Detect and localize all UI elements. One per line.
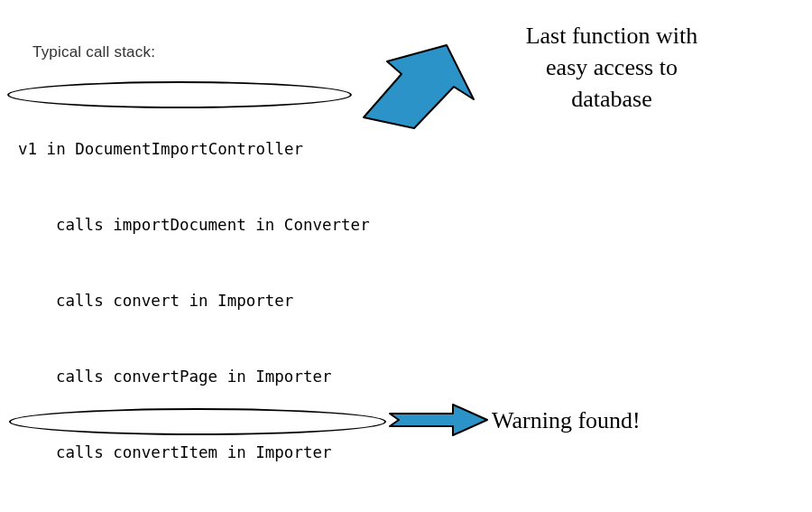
- arrow-bottom-icon: [390, 405, 489, 435]
- stack-line-first: v1 in DocumentImportController: [18, 136, 446, 162]
- callstack-heading: Typical call stack:: [32, 43, 155, 61]
- annotation-bottom: Warning found!: [492, 405, 726, 436]
- stack-line: calls importDocument in Converter: [56, 212, 446, 237]
- arrow-top-icon: [347, 36, 492, 135]
- stack-line: calls convertPage in Importer: [56, 364, 446, 389]
- callstack: v1 in DocumentImportController calls imp…: [18, 86, 446, 512]
- annotation-top-line: Last function with: [485, 20, 738, 51]
- stack-line: calls convertItem in Importer: [56, 440, 446, 465]
- stack-line: calls convert in Importer: [56, 288, 446, 313]
- annotation-top-line: database: [485, 83, 738, 115]
- annotation-top-line: easy access to: [485, 51, 738, 83]
- annotation-top: Last function with easy access to databa…: [485, 20, 738, 115]
